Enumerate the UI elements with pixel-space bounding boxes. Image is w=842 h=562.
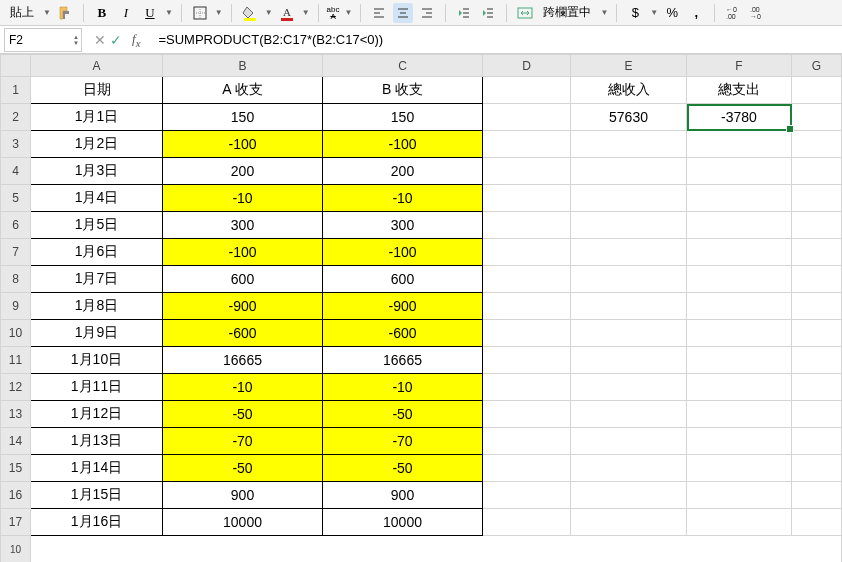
borders-button[interactable]: [190, 3, 210, 23]
cell[interactable]: 1月11日: [31, 374, 163, 401]
currency-dropdown-icon[interactable]: ▼: [650, 8, 658, 17]
formula-input[interactable]: =SUMPRODUCT(B2:C17*(B2:C17<0)): [154, 32, 842, 47]
cell[interactable]: 1月10日: [31, 347, 163, 374]
row-header[interactable]: 3: [1, 131, 31, 158]
cell[interactable]: -10: [163, 185, 323, 212]
cell[interactable]: -100: [163, 131, 323, 158]
cell[interactable]: -900: [323, 293, 483, 320]
cell[interactable]: [792, 77, 842, 104]
cell[interactable]: [792, 185, 842, 212]
cell[interactable]: [792, 320, 842, 347]
cell[interactable]: [483, 293, 571, 320]
col-header-c[interactable]: C: [323, 55, 483, 77]
cell[interactable]: 57630: [571, 104, 687, 131]
cell[interactable]: [571, 401, 687, 428]
increase-decimal-button[interactable]: ←0.00: [723, 3, 743, 23]
row-header[interactable]: 2: [1, 104, 31, 131]
cell[interactable]: [483, 401, 571, 428]
cell[interactable]: B 收支: [323, 77, 483, 104]
cell[interactable]: -100: [323, 239, 483, 266]
phonetic-dropdown-icon[interactable]: ▼: [345, 8, 353, 17]
cell[interactable]: 300: [163, 212, 323, 239]
cell[interactable]: [571, 455, 687, 482]
cell[interactable]: [571, 185, 687, 212]
cell[interactable]: [792, 104, 842, 131]
cell[interactable]: [483, 455, 571, 482]
cell[interactable]: [483, 104, 571, 131]
cell[interactable]: 900: [163, 482, 323, 509]
cell[interactable]: [687, 266, 792, 293]
cell[interactable]: [687, 239, 792, 266]
cell[interactable]: -50: [323, 401, 483, 428]
cell[interactable]: 1月2日: [31, 131, 163, 158]
cell[interactable]: [483, 185, 571, 212]
row-header[interactable]: 14: [1, 428, 31, 455]
cell[interactable]: [483, 158, 571, 185]
cell[interactable]: 總支出: [687, 77, 792, 104]
cell[interactable]: [792, 158, 842, 185]
row-header[interactable]: 17: [1, 509, 31, 536]
format-painter-icon[interactable]: [55, 3, 75, 23]
cell[interactable]: [687, 509, 792, 536]
font-color-button[interactable]: A: [277, 3, 297, 23]
cell[interactable]: 總收入: [571, 77, 687, 104]
row-header[interactable]: 15: [1, 455, 31, 482]
row-header[interactable]: 7: [1, 239, 31, 266]
cell[interactable]: 1月16日: [31, 509, 163, 536]
cell[interactable]: [792, 212, 842, 239]
cell[interactable]: [571, 266, 687, 293]
cell[interactable]: [687, 212, 792, 239]
align-left-button[interactable]: [369, 3, 389, 23]
cell[interactable]: [483, 347, 571, 374]
cell[interactable]: [687, 482, 792, 509]
cell[interactable]: 1月3日: [31, 158, 163, 185]
cell[interactable]: -100: [163, 239, 323, 266]
decrease-decimal-button[interactable]: .00→0: [747, 3, 767, 23]
cell[interactable]: 10000: [163, 509, 323, 536]
paste-dropdown-icon[interactable]: ▼: [43, 8, 51, 17]
borders-dropdown-icon[interactable]: ▼: [215, 8, 223, 17]
cell[interactable]: [792, 374, 842, 401]
row-header[interactable]: 1: [1, 77, 31, 104]
cell[interactable]: [687, 374, 792, 401]
cell[interactable]: [571, 131, 687, 158]
cell[interactable]: 16665: [163, 347, 323, 374]
cell[interactable]: 150: [323, 104, 483, 131]
fill-color-button[interactable]: [240, 3, 260, 23]
cell[interactable]: [571, 239, 687, 266]
cell[interactable]: [792, 131, 842, 158]
cell[interactable]: -10: [323, 374, 483, 401]
cell[interactable]: -10: [163, 374, 323, 401]
row-header[interactable]: 12: [1, 374, 31, 401]
cell[interactable]: 1月12日: [31, 401, 163, 428]
underline-button[interactable]: U: [140, 3, 160, 23]
cell[interactable]: 1月15日: [31, 482, 163, 509]
merge-center-label[interactable]: 跨欄置中: [539, 4, 595, 21]
fx-icon[interactable]: fx: [126, 31, 146, 49]
cell[interactable]: -600: [163, 320, 323, 347]
align-center-button[interactable]: [393, 3, 413, 23]
cell[interactable]: -50: [323, 455, 483, 482]
row-header[interactable]: 16: [1, 482, 31, 509]
cell[interactable]: [792, 482, 842, 509]
cell[interactable]: 200: [323, 158, 483, 185]
cell[interactable]: -100: [323, 131, 483, 158]
col-header-f[interactable]: F: [687, 55, 792, 77]
increase-indent-button[interactable]: [478, 3, 498, 23]
currency-button[interactable]: $: [625, 3, 645, 23]
col-header-e[interactable]: E: [571, 55, 687, 77]
cell[interactable]: 200: [163, 158, 323, 185]
cell[interactable]: [483, 266, 571, 293]
row-header[interactable]: 10: [1, 320, 31, 347]
cell[interactable]: [571, 482, 687, 509]
cell[interactable]: [571, 428, 687, 455]
cell[interactable]: [792, 266, 842, 293]
cell[interactable]: A 收支: [163, 77, 323, 104]
spreadsheet-grid[interactable]: A B C D E F G 1日期A 收支B 收支總收入總支出21月1日1501…: [0, 54, 842, 562]
cell[interactable]: [687, 185, 792, 212]
cell[interactable]: [792, 455, 842, 482]
cell[interactable]: [571, 320, 687, 347]
cell[interactable]: [687, 401, 792, 428]
cell[interactable]: 900: [323, 482, 483, 509]
cell[interactable]: [687, 428, 792, 455]
